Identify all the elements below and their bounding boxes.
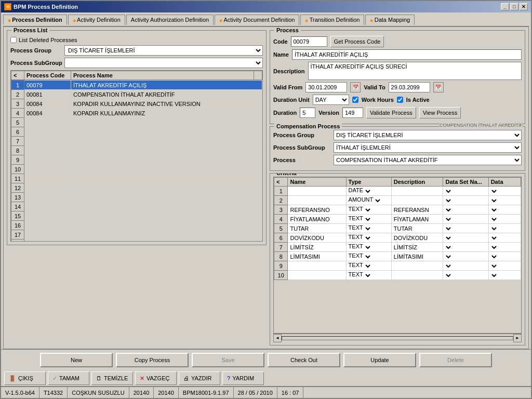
tab-activity-document[interactable]: Activity Document Definition <box>215 15 299 25</box>
close-button[interactable]: ✕ <box>520 3 528 10</box>
crit-type-select[interactable]: ▼ <box>375 197 382 204</box>
crit-data-select[interactable]: ▼ <box>491 216 498 223</box>
table-row[interactable]: 8 <box>11 146 262 155</box>
criteria-row[interactable]: 9 TEXT ▼ ▼ ▼ <box>274 261 521 271</box>
comp-group-select[interactable]: DIŞ TİCARET İŞLEMLERİ <box>334 130 522 140</box>
duration-input[interactable] <box>300 108 315 118</box>
desc-textarea[interactable]: İTHALAT AKREDİTİF AÇILIŞ SÜRECİ <box>308 62 522 80</box>
crit-data-select[interactable]: ▼ <box>491 234 498 242</box>
criteria-table-wrapper[interactable]: < Name Type Description Data Set Na... D… <box>273 177 522 334</box>
table-row[interactable]: 11 <box>11 174 262 183</box>
list-deleted-checkbox[interactable] <box>10 37 17 43</box>
table-row[interactable]: 10 <box>11 165 262 174</box>
table-row[interactable]: 17 <box>11 230 262 240</box>
process-subgroup-select[interactable] <box>64 58 263 68</box>
crit-data-select[interactable]: ▼ <box>491 253 498 260</box>
criteria-row[interactable]: 2 AMOUNT ▼ ▼ ▼ <box>274 196 521 205</box>
new-button[interactable]: New <box>40 353 113 367</box>
crit-dataset-select[interactable]: ▼ <box>445 225 453 232</box>
tab-activity-authorization[interactable]: Activity Authorization Definition <box>126 15 214 25</box>
crit-data-select[interactable]: ▼ <box>491 206 498 214</box>
crit-dataset-select[interactable]: ▼ <box>445 234 453 242</box>
criteria-row[interactable]: 3 REFERANSNO TEXT ▼ REFERANSN ▼ ▼ <box>274 205 521 215</box>
crit-dataset-select[interactable]: ▼ <box>445 253 453 260</box>
crit-dataset-select[interactable]: ▼ <box>445 197 453 204</box>
criteria-row[interactable]: 5 TUTAR TEXT ▼ TUTAR ▼ ▼ <box>274 224 521 233</box>
duration-unit-select[interactable]: DAY <box>313 95 349 105</box>
validate-process-button[interactable]: Validate Process <box>366 107 416 118</box>
table-row[interactable]: 15 <box>11 211 262 221</box>
print-button[interactable]: 🖨 YAZDIR <box>179 371 220 385</box>
table-row[interactable]: 18 <box>11 240 262 242</box>
exit-button[interactable]: 🚪 ÇIKIŞ <box>4 371 46 385</box>
get-process-code-button[interactable]: Get Process Code <box>330 36 384 47</box>
process-table-scroll[interactable]: 1 00079 İTHALAT AKREDİTİF AÇILIŞ 2 00081… <box>11 80 262 241</box>
tab-transition-definition[interactable]: Transition Definition <box>300 15 364 25</box>
crit-dataset-select[interactable]: ▼ <box>445 244 453 251</box>
valid-to-calendar-button[interactable]: 📅 <box>433 82 444 92</box>
table-row[interactable]: 14 <box>11 202 262 211</box>
scroll-right-btn[interactable]: ► <box>513 334 522 342</box>
col-sort[interactable]: < <box>11 71 24 80</box>
crit-data-select[interactable]: ▼ <box>491 244 498 251</box>
tab-data-mapping[interactable]: Data Mapping <box>365 15 415 25</box>
criteria-row[interactable]: 8 LİMİTASIMI TEXT ▼ LİMİTASIMI ▼ ▼ <box>274 252 521 261</box>
checkout-button[interactable]: Check Out <box>268 353 340 367</box>
table-row[interactable]: 9 <box>11 155 262 165</box>
criteria-row[interactable]: 7 LİMİTSİZ TEXT ▼ LİMİTSİZ ▼ ▼ <box>274 243 521 252</box>
crit-type-select[interactable]: ▼ <box>365 206 372 214</box>
criteria-hscroll[interactable]: ◄ ► <box>273 334 522 342</box>
crit-dataset-select[interactable]: ▼ <box>445 206 453 214</box>
crit-data-select[interactable]: ▼ <box>491 197 498 204</box>
crit-type-select[interactable]: ▼ <box>365 253 372 260</box>
minimize-button[interactable]: _ <box>501 3 509 10</box>
table-row[interactable]: 4 00084 KOPADIR KULLANMAYINIZ <box>11 109 262 118</box>
crit-type-select[interactable]: ▼ <box>365 234 372 242</box>
crit-data-select[interactable]: ▼ <box>491 188 498 195</box>
valid-to-input[interactable] <box>389 82 430 92</box>
table-row[interactable]: 16 <box>11 221 262 230</box>
copy-process-button[interactable]: Copy Process <box>116 353 189 367</box>
crit-type-select[interactable]: ▼ <box>365 225 372 232</box>
criteria-row[interactable]: 1 DATE ▼ ▼ ▼ <box>274 187 521 196</box>
crit-data-select[interactable]: ▼ <box>491 225 498 232</box>
crit-col-sort[interactable]: < <box>274 178 288 187</box>
table-row[interactable]: 13 <box>11 193 262 202</box>
update-button[interactable]: Update <box>343 353 416 367</box>
save-button[interactable]: Save <box>192 353 264 367</box>
criteria-row[interactable]: 6 DOVİZKODU TEXT ▼ DOVİZKODU ▼ ▼ <box>274 233 521 243</box>
tab-process-definition[interactable]: Process Definition <box>3 15 67 25</box>
ok-button[interactable]: ✓ TAMAM <box>48 371 89 385</box>
crit-dataset-select[interactable]: ▼ <box>445 216 453 223</box>
valid-from-input[interactable] <box>305 82 347 92</box>
hscrollbar[interactable] <box>282 336 513 340</box>
help-button[interactable]: ? YARDIM <box>222 371 264 385</box>
crit-type-select[interactable]: ▼ <box>365 216 372 223</box>
name-input[interactable] <box>292 49 522 60</box>
maximize-button[interactable]: □ <box>510 3 518 10</box>
crit-dataset-select[interactable]: ▼ <box>445 188 453 195</box>
crit-data-select[interactable]: ▼ <box>491 262 498 270</box>
crit-type-select[interactable]: ▼ <box>365 262 372 270</box>
table-row[interactable]: 6 <box>11 127 262 137</box>
criteria-row[interactable]: 4 FİYATLAMANO TEXT ▼ FİYATLAMAN ▼ ▼ <box>274 215 521 224</box>
crit-dataset-select[interactable]: ▼ <box>445 262 453 270</box>
valid-from-calendar-button[interactable]: 📅 <box>350 82 361 92</box>
table-row[interactable]: 3 00084 KOPADIR KULLANMAYINIZ INACTIVE V… <box>11 99 262 109</box>
comp-subgroup-select[interactable]: İTHALAT İŞLEMLERİ <box>334 142 522 153</box>
table-row[interactable]: 2 00081 COMPENSATION İTHALAT AKREDİTİF <box>11 90 262 99</box>
process-group-select[interactable]: DIŞ TİCARET İŞLEMLERİ <box>64 45 263 56</box>
delete-button[interactable]: Delete <box>419 353 492 367</box>
table-row[interactable]: 7 <box>11 137 262 146</box>
comp-process-select[interactable]: COMPENSATION İTHALAT AKREDİTİF <box>334 155 522 165</box>
table-row[interactable]: 12 <box>11 183 262 193</box>
crit-type-select[interactable]: ▼ <box>365 188 372 195</box>
code-input[interactable] <box>291 36 327 47</box>
clear-button[interactable]: 🗒 TEMİZLE <box>91 371 133 385</box>
version-input[interactable] <box>342 108 363 118</box>
crit-type-select[interactable]: ▼ <box>365 244 372 251</box>
crit-dataset-select[interactable]: ▼ <box>445 272 453 279</box>
criteria-row[interactable]: 10 TEXT ▼ ▼ ▼ <box>274 271 521 280</box>
crit-data-select[interactable]: ▼ <box>491 272 498 279</box>
table-row[interactable]: 5 <box>11 118 262 127</box>
